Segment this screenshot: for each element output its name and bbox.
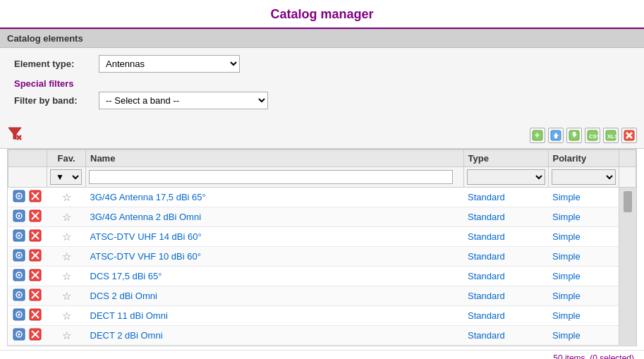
row-actions [8, 207, 47, 227]
type-filter-select[interactable]: Standard [467, 169, 545, 185]
delete-icon[interactable] [29, 269, 42, 281]
type-value[interactable]: Standard [468, 212, 505, 222]
star-icon[interactable]: ☆ [62, 329, 71, 341]
row-fav: ☆ [47, 326, 86, 346]
type-value[interactable]: Standard [468, 330, 505, 341]
toolbar-right: + [530, 128, 637, 143]
col-header-scroll [619, 150, 636, 167]
row-fav: ☆ [47, 306, 86, 326]
form-area: Element type: Antennas Cables Connectors… [0, 48, 644, 122]
export3-button[interactable]: XLS [603, 128, 619, 143]
type-value[interactable]: Standard [468, 231, 505, 242]
row-fav: ☆ [47, 267, 86, 286]
polarity-value[interactable]: Simple [552, 251, 581, 262]
polarity-value[interactable]: Simple [552, 291, 581, 301]
name-link[interactable]: DECT 11 dBi Omni [90, 310, 168, 321]
section-header: Catalog elements [0, 29, 644, 48]
row-polarity: Simple [548, 267, 619, 286]
star-icon[interactable]: ☆ [62, 250, 71, 262]
star-icon[interactable]: ☆ [62, 310, 71, 322]
delete-icon[interactable] [29, 209, 42, 222]
svg-point-20 [18, 195, 20, 197]
type-value[interactable]: Standard [468, 271, 505, 281]
row-actions [8, 247, 47, 267]
view-icon[interactable] [13, 308, 25, 321]
name-link[interactable]: ATSC-DTV UHF 14 dBi 60° [90, 231, 202, 242]
svg-point-56 [18, 314, 20, 316]
polarity-value[interactable]: Simple [552, 212, 581, 222]
import-button[interactable] [548, 128, 564, 143]
polarity-value[interactable]: Simple [552, 192, 581, 202]
star-icon[interactable]: ☆ [62, 231, 71, 243]
star-icon[interactable]: ☆ [62, 191, 71, 203]
view-icon[interactable] [13, 209, 25, 222]
export-button[interactable] [566, 128, 582, 143]
row-actions [8, 326, 47, 346]
row-type: Standard [463, 326, 548, 346]
type-value[interactable]: Standard [468, 251, 505, 262]
filter-band-row: Filter by band: -- Select a band -- Band… [14, 92, 630, 109]
table-body: ☆3G/4G Antenna 17,5 dBi 65°StandardSimpl… [8, 188, 636, 346]
delete-icon[interactable] [29, 308, 42, 321]
star-icon[interactable]: ☆ [62, 270, 71, 282]
delete-icon[interactable] [29, 328, 42, 341]
name-link[interactable]: 3G/4G Antenna 2 dBi Omni [90, 212, 202, 222]
svg-text:CSV: CSV [589, 133, 598, 140]
type-value[interactable]: Standard [468, 291, 505, 301]
name-link[interactable]: DCS 17,5 dBi 65° [90, 271, 162, 281]
svg-rect-10 [573, 132, 576, 134]
element-type-select[interactable]: Antennas Cables Connectors Splitters [99, 55, 240, 73]
toolbar-left [7, 126, 23, 145]
row-fav: ☆ [47, 207, 86, 227]
polarity-value[interactable]: Simple [552, 231, 581, 242]
delete-icon[interactable] [29, 190, 42, 202]
page-title: Catalog manager [0, 0, 644, 29]
filter-band-select[interactable]: -- Select a band -- Band 1 Band 2 Band 3 [99, 92, 268, 109]
row-polarity: Simple [548, 247, 619, 267]
name-filter-input[interactable] [89, 170, 453, 184]
polarity-value[interactable]: Simple [552, 310, 581, 321]
polarity-value[interactable]: Simple [552, 271, 581, 281]
table-filter-row: ▼ Standard [8, 167, 636, 188]
svg-point-62 [18, 334, 20, 336]
name-link[interactable]: DCS 2 dBi Omni [90, 291, 157, 301]
view-icon[interactable] [13, 328, 25, 341]
row-name: DCS 17,5 dBi 65° [86, 267, 464, 286]
polarity-filter-select[interactable]: Simple [552, 169, 616, 185]
export2-button[interactable]: CSV [585, 128, 600, 143]
element-type-label: Element type: [14, 59, 99, 69]
row-actions [8, 267, 47, 286]
element-type-row: Element type: Antennas Cables Connectors… [14, 55, 630, 73]
name-link[interactable]: 3G/4G Antenna 17,5 dBi 65° [90, 192, 206, 202]
scrollbar-thumb[interactable] [624, 191, 632, 212]
name-link[interactable]: ATSC-DTV VHF 10 dBi 60° [90, 251, 201, 262]
star-icon[interactable]: ☆ [62, 290, 71, 302]
selected-count: (0 selected) [590, 353, 634, 359]
add-button[interactable]: + [530, 128, 545, 143]
row-type: Standard [463, 247, 548, 267]
delete-icon[interactable] [29, 229, 42, 242]
filter-clear-icon[interactable] [7, 126, 23, 145]
fav-filter-select[interactable]: ▼ [50, 169, 82, 185]
view-icon[interactable] [13, 190, 25, 202]
delete-selected-button[interactable] [621, 128, 637, 143]
view-icon[interactable] [13, 249, 25, 262]
svg-point-44 [18, 274, 20, 276]
filter-fav-cell: ▼ [47, 167, 86, 188]
row-actions [8, 306, 47, 326]
delete-icon[interactable] [29, 249, 42, 262]
table-row: ☆DCS 2 dBi OmniStandardSimple [8, 286, 636, 306]
star-icon[interactable]: ☆ [62, 211, 71, 223]
name-link[interactable]: DECT 2 dBi Omni [90, 330, 163, 341]
row-polarity: Simple [548, 286, 619, 306]
footer: 50 items (0 selected) [0, 350, 644, 359]
row-name: DCS 2 dBi Omni [86, 286, 464, 306]
view-icon[interactable] [13, 269, 25, 281]
type-value[interactable]: Standard [468, 192, 505, 202]
polarity-value[interactable]: Simple [552, 330, 581, 341]
type-value[interactable]: Standard [468, 310, 505, 321]
delete-icon[interactable] [29, 288, 42, 301]
filter-band-label: Filter by band: [14, 95, 99, 106]
view-icon[interactable] [13, 288, 25, 301]
view-icon[interactable] [13, 229, 25, 242]
